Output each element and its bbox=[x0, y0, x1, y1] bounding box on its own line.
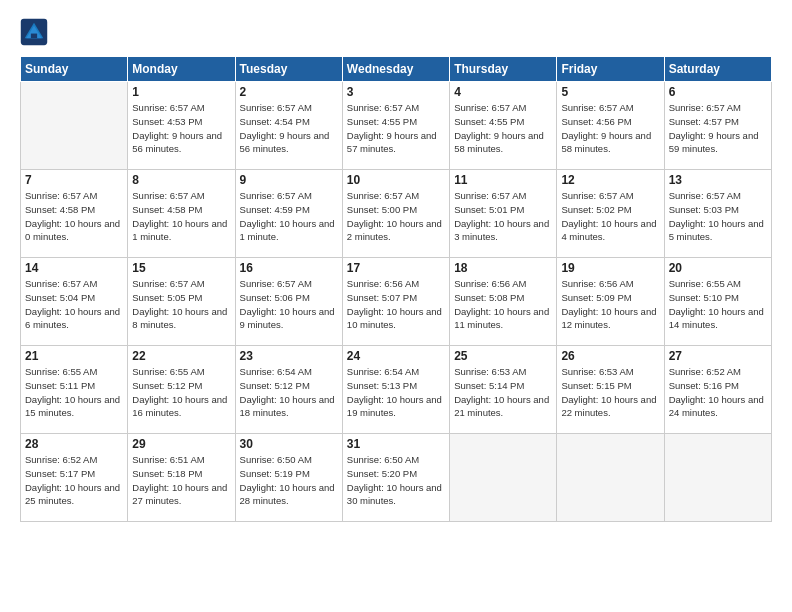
week-row-5: 28Sunrise: 6:52 AMSunset: 5:17 PMDayligh… bbox=[21, 434, 772, 522]
day-info: Sunrise: 6:56 AMSunset: 5:07 PMDaylight:… bbox=[347, 277, 445, 332]
day-number: 10 bbox=[347, 173, 445, 187]
day-info: Sunrise: 6:54 AMSunset: 5:12 PMDaylight:… bbox=[240, 365, 338, 420]
day-info: Sunrise: 6:57 AMSunset: 4:54 PMDaylight:… bbox=[240, 101, 338, 156]
day-info: Sunrise: 6:56 AMSunset: 5:09 PMDaylight:… bbox=[561, 277, 659, 332]
day-info: Sunrise: 6:57 AMSunset: 4:59 PMDaylight:… bbox=[240, 189, 338, 244]
day-cell: 16Sunrise: 6:57 AMSunset: 5:06 PMDayligh… bbox=[235, 258, 342, 346]
day-number: 21 bbox=[25, 349, 123, 363]
day-cell: 11Sunrise: 6:57 AMSunset: 5:01 PMDayligh… bbox=[450, 170, 557, 258]
day-cell: 18Sunrise: 6:56 AMSunset: 5:08 PMDayligh… bbox=[450, 258, 557, 346]
day-number: 28 bbox=[25, 437, 123, 451]
day-number: 26 bbox=[561, 349, 659, 363]
day-cell bbox=[557, 434, 664, 522]
week-row-1: 1Sunrise: 6:57 AMSunset: 4:53 PMDaylight… bbox=[21, 82, 772, 170]
day-number: 17 bbox=[347, 261, 445, 275]
day-info: Sunrise: 6:52 AMSunset: 5:17 PMDaylight:… bbox=[25, 453, 123, 508]
day-info: Sunrise: 6:57 AMSunset: 4:57 PMDaylight:… bbox=[669, 101, 767, 156]
weekday-header-row: SundayMondayTuesdayWednesdayThursdayFrid… bbox=[21, 57, 772, 82]
weekday-sunday: Sunday bbox=[21, 57, 128, 82]
day-cell: 19Sunrise: 6:56 AMSunset: 5:09 PMDayligh… bbox=[557, 258, 664, 346]
weekday-saturday: Saturday bbox=[664, 57, 771, 82]
weekday-wednesday: Wednesday bbox=[342, 57, 449, 82]
day-cell: 7Sunrise: 6:57 AMSunset: 4:58 PMDaylight… bbox=[21, 170, 128, 258]
day-number: 19 bbox=[561, 261, 659, 275]
day-info: Sunrise: 6:54 AMSunset: 5:13 PMDaylight:… bbox=[347, 365, 445, 420]
week-row-3: 14Sunrise: 6:57 AMSunset: 5:04 PMDayligh… bbox=[21, 258, 772, 346]
day-cell: 13Sunrise: 6:57 AMSunset: 5:03 PMDayligh… bbox=[664, 170, 771, 258]
day-number: 7 bbox=[25, 173, 123, 187]
day-number: 5 bbox=[561, 85, 659, 99]
page: SundayMondayTuesdayWednesdayThursdayFrid… bbox=[0, 0, 792, 612]
day-cell: 6Sunrise: 6:57 AMSunset: 4:57 PMDaylight… bbox=[664, 82, 771, 170]
day-cell: 29Sunrise: 6:51 AMSunset: 5:18 PMDayligh… bbox=[128, 434, 235, 522]
day-number: 20 bbox=[669, 261, 767, 275]
day-info: Sunrise: 6:55 AMSunset: 5:12 PMDaylight:… bbox=[132, 365, 230, 420]
weekday-monday: Monday bbox=[128, 57, 235, 82]
day-number: 27 bbox=[669, 349, 767, 363]
day-cell: 1Sunrise: 6:57 AMSunset: 4:53 PMDaylight… bbox=[128, 82, 235, 170]
weekday-tuesday: Tuesday bbox=[235, 57, 342, 82]
day-info: Sunrise: 6:57 AMSunset: 4:55 PMDaylight:… bbox=[347, 101, 445, 156]
logo bbox=[20, 18, 52, 46]
day-cell: 23Sunrise: 6:54 AMSunset: 5:12 PMDayligh… bbox=[235, 346, 342, 434]
day-cell bbox=[664, 434, 771, 522]
day-info: Sunrise: 6:53 AMSunset: 5:15 PMDaylight:… bbox=[561, 365, 659, 420]
day-cell: 28Sunrise: 6:52 AMSunset: 5:17 PMDayligh… bbox=[21, 434, 128, 522]
day-cell: 20Sunrise: 6:55 AMSunset: 5:10 PMDayligh… bbox=[664, 258, 771, 346]
day-number: 24 bbox=[347, 349, 445, 363]
day-number: 30 bbox=[240, 437, 338, 451]
day-number: 25 bbox=[454, 349, 552, 363]
day-info: Sunrise: 6:55 AMSunset: 5:10 PMDaylight:… bbox=[669, 277, 767, 332]
day-info: Sunrise: 6:50 AMSunset: 5:20 PMDaylight:… bbox=[347, 453, 445, 508]
day-info: Sunrise: 6:57 AMSunset: 5:00 PMDaylight:… bbox=[347, 189, 445, 244]
day-number: 15 bbox=[132, 261, 230, 275]
day-cell: 12Sunrise: 6:57 AMSunset: 5:02 PMDayligh… bbox=[557, 170, 664, 258]
day-info: Sunrise: 6:56 AMSunset: 5:08 PMDaylight:… bbox=[454, 277, 552, 332]
day-cell: 2Sunrise: 6:57 AMSunset: 4:54 PMDaylight… bbox=[235, 82, 342, 170]
day-cell: 25Sunrise: 6:53 AMSunset: 5:14 PMDayligh… bbox=[450, 346, 557, 434]
day-cell: 22Sunrise: 6:55 AMSunset: 5:12 PMDayligh… bbox=[128, 346, 235, 434]
day-number: 23 bbox=[240, 349, 338, 363]
day-info: Sunrise: 6:57 AMSunset: 4:56 PMDaylight:… bbox=[561, 101, 659, 156]
day-info: Sunrise: 6:57 AMSunset: 4:58 PMDaylight:… bbox=[132, 189, 230, 244]
day-cell: 31Sunrise: 6:50 AMSunset: 5:20 PMDayligh… bbox=[342, 434, 449, 522]
day-info: Sunrise: 6:57 AMSunset: 4:58 PMDaylight:… bbox=[25, 189, 123, 244]
day-cell bbox=[450, 434, 557, 522]
day-info: Sunrise: 6:55 AMSunset: 5:11 PMDaylight:… bbox=[25, 365, 123, 420]
day-cell: 3Sunrise: 6:57 AMSunset: 4:55 PMDaylight… bbox=[342, 82, 449, 170]
day-info: Sunrise: 6:52 AMSunset: 5:16 PMDaylight:… bbox=[669, 365, 767, 420]
day-number: 13 bbox=[669, 173, 767, 187]
weekday-friday: Friday bbox=[557, 57, 664, 82]
day-number: 12 bbox=[561, 173, 659, 187]
day-cell: 4Sunrise: 6:57 AMSunset: 4:55 PMDaylight… bbox=[450, 82, 557, 170]
weekday-thursday: Thursday bbox=[450, 57, 557, 82]
day-info: Sunrise: 6:57 AMSunset: 5:02 PMDaylight:… bbox=[561, 189, 659, 244]
day-cell: 17Sunrise: 6:56 AMSunset: 5:07 PMDayligh… bbox=[342, 258, 449, 346]
day-info: Sunrise: 6:50 AMSunset: 5:19 PMDaylight:… bbox=[240, 453, 338, 508]
week-row-4: 21Sunrise: 6:55 AMSunset: 5:11 PMDayligh… bbox=[21, 346, 772, 434]
day-cell bbox=[21, 82, 128, 170]
day-info: Sunrise: 6:51 AMSunset: 5:18 PMDaylight:… bbox=[132, 453, 230, 508]
day-info: Sunrise: 6:57 AMSunset: 4:55 PMDaylight:… bbox=[454, 101, 552, 156]
day-info: Sunrise: 6:57 AMSunset: 4:53 PMDaylight:… bbox=[132, 101, 230, 156]
day-cell: 26Sunrise: 6:53 AMSunset: 5:15 PMDayligh… bbox=[557, 346, 664, 434]
day-number: 6 bbox=[669, 85, 767, 99]
day-number: 4 bbox=[454, 85, 552, 99]
day-number: 16 bbox=[240, 261, 338, 275]
day-info: Sunrise: 6:57 AMSunset: 5:05 PMDaylight:… bbox=[132, 277, 230, 332]
day-cell: 10Sunrise: 6:57 AMSunset: 5:00 PMDayligh… bbox=[342, 170, 449, 258]
day-number: 8 bbox=[132, 173, 230, 187]
day-number: 29 bbox=[132, 437, 230, 451]
day-number: 11 bbox=[454, 173, 552, 187]
logo-icon bbox=[20, 18, 48, 46]
day-info: Sunrise: 6:57 AMSunset: 5:04 PMDaylight:… bbox=[25, 277, 123, 332]
week-row-2: 7Sunrise: 6:57 AMSunset: 4:58 PMDaylight… bbox=[21, 170, 772, 258]
day-number: 3 bbox=[347, 85, 445, 99]
day-cell: 30Sunrise: 6:50 AMSunset: 5:19 PMDayligh… bbox=[235, 434, 342, 522]
day-cell: 21Sunrise: 6:55 AMSunset: 5:11 PMDayligh… bbox=[21, 346, 128, 434]
day-cell: 5Sunrise: 6:57 AMSunset: 4:56 PMDaylight… bbox=[557, 82, 664, 170]
day-cell: 15Sunrise: 6:57 AMSunset: 5:05 PMDayligh… bbox=[128, 258, 235, 346]
day-number: 31 bbox=[347, 437, 445, 451]
day-number: 14 bbox=[25, 261, 123, 275]
day-number: 2 bbox=[240, 85, 338, 99]
